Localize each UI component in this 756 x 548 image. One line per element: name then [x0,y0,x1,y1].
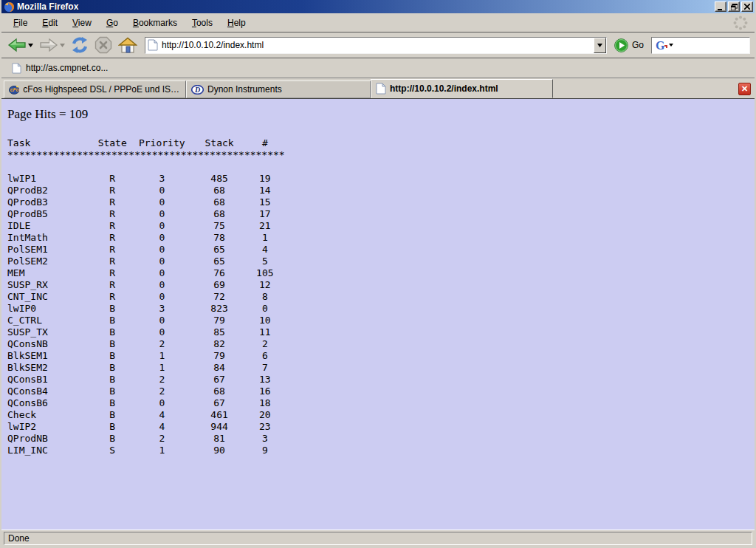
firefox-icon [4,1,15,13]
table-cell: 5 [245,256,285,267]
back-button[interactable] [6,35,35,55]
table-cell: BlkSEM2 [7,362,94,374]
table-cell: 14 [245,185,285,196]
table-cell: QConsB4 [7,386,94,397]
url-input[interactable]: http://10.0.10.2/index.html [158,40,594,50]
table-cell: 0 [130,315,193,326]
minimize-button[interactable] [715,1,726,12]
table-cell: 20 [245,409,285,421]
table-cell: C_CTRL [7,315,94,326]
table-cell: 69 [193,279,245,291]
table-cell: 0 [130,185,193,196]
table-cell: 2 [130,338,193,350]
table-cell: 85 [193,326,245,338]
table-cell: 0 [130,397,193,409]
menu-edit[interactable]: Edit [35,15,65,31]
task-table-body: lwIP1R348519QProdB2R06814QProdB3R06815QP… [7,173,285,456]
table-row: QProdB5R06817 [7,208,285,220]
url-dropdown-button[interactable] [594,38,606,53]
table-cell: 79 [193,350,245,362]
tab-bar: cFos cFos Highspeed DSL / PPPoE und ISDN… [1,78,755,99]
bookmark-item[interactable]: http://as.cmpnet.co... [7,61,112,76]
forward-dropdown-icon [60,44,65,47]
table-cell: 0 [130,196,193,208]
menu-tools[interactable]: Tools [185,15,220,31]
table-row: QProdB3R06815 [7,196,285,208]
table-row: QConsB6B06718 [7,397,285,409]
table-cell: lwIP1 [7,173,94,185]
header-stack: Stack [193,137,245,149]
status-bar: Done [1,530,755,547]
table-cell: QProdNB [7,433,94,445]
table-row: C_CTRLB07910 [7,315,285,326]
title-bar: Mozilla Firefox [1,0,755,13]
table-header-row: Task State Priority Stack # [7,137,285,149]
table-cell: 23 [245,421,285,433]
page-hits-text: Page Hits = 109 [7,107,749,122]
table-cell: QProdB5 [7,208,94,220]
table-cell: Check [7,409,94,421]
table-cell: LIM_INC [7,445,94,456]
table-row: QConsNBB2822 [7,338,285,350]
go-button-label[interactable]: Go [632,40,644,50]
home-icon [118,37,137,54]
url-dropdown-icon [597,44,602,47]
table-cell: SUSP_TX [7,326,94,338]
tab-close-button[interactable]: ✕ [738,83,751,95]
tab-index-html-active[interactable]: http://10.0.10.2/index.html [371,79,553,98]
table-cell: 0 [130,256,193,267]
table-cell: 2 [130,386,193,397]
menu-bookmarks[interactable]: Bookmarks [126,15,185,31]
table-cell: CNT_INC [7,291,94,303]
table-cell: R [94,244,130,256]
table-cell: IDLE [7,220,94,232]
table-cell: S [94,445,130,456]
table-cell: 944 [193,421,245,433]
tab-label[interactable]: Dynon Instruments [207,84,282,95]
table-row: LIM_INCS1909 [7,445,285,456]
table-cell: R [94,256,130,267]
table-cell: 4 [245,244,285,256]
menu-help[interactable]: Help [220,15,253,31]
go-button[interactable] [614,38,628,52]
bookmark-label[interactable]: http://as.cmpnet.co... [26,63,108,73]
menu-view[interactable]: View [65,15,99,31]
table-row: QProdNBB2813 [7,433,285,445]
tab-label[interactable]: http://10.0.10.2/index.html [390,83,498,94]
table-cell: R [94,279,130,291]
table-cell: 7 [245,362,285,374]
url-bar[interactable]: http://10.0.10.2/index.html [145,37,607,54]
search-input[interactable]: G [651,37,750,54]
table-cell: 81 [193,433,245,445]
tab-dynon[interactable]: D Dynon Instruments [186,81,371,98]
search-engine-dropdown-icon[interactable] [669,44,673,47]
table-cell: R [94,220,130,232]
status-text: Done [8,533,30,544]
reload-button[interactable] [69,35,90,55]
table-cell: 3 [245,433,285,445]
table-row: CNT_INCR0728 [7,291,285,303]
google-search-icon: G [655,39,667,52]
table-cell: 0 [130,220,193,232]
table-cell: 0 [130,208,193,220]
forward-button[interactable] [38,35,66,55]
header-state: State [94,137,130,149]
task-table: Task State Priority Stack # ************… [7,137,285,456]
stop-button[interactable] [93,35,114,55]
menu-file[interactable]: File [6,15,35,31]
table-cell: SUSP_RX [7,279,94,291]
close-button[interactable] [741,1,753,12]
table-cell: 10 [245,315,285,326]
table-cell: 0 [130,232,193,244]
tab-cfos[interactable]: cFos cFos Highspeed DSL / PPPoE und ISDN… [4,81,186,98]
home-button[interactable] [117,35,139,55]
table-cell: lwIP2 [7,421,94,433]
table-cell: B [94,433,130,445]
table-cell: 84 [193,362,245,374]
table-row: QConsB4B26816 [7,386,285,397]
menu-go[interactable]: Go [99,15,126,31]
table-cell: QProdB3 [7,196,94,208]
table-cell: 90 [193,445,245,456]
tab-label[interactable]: cFos Highspeed DSL / PPPoE und ISDN CAP.… [23,84,181,95]
restore-button[interactable] [728,1,740,12]
